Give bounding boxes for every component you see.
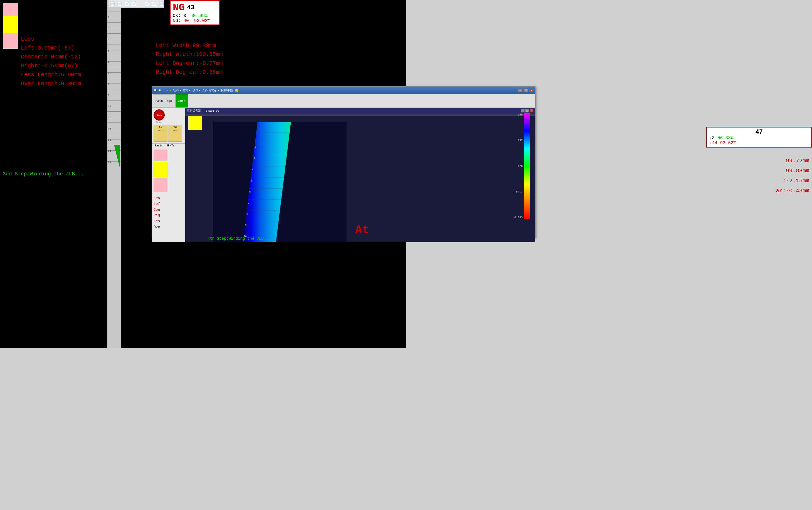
fg-thumb-yellow bbox=[154, 162, 168, 177]
meas-line6: Over Length:0.00mm bbox=[21, 79, 81, 88]
mode-buttons: Basic SB/Tr bbox=[152, 143, 185, 148]
meas-line5: Less Length:6.90mm bbox=[21, 70, 81, 79]
svg-text:3: 3 bbox=[253, 157, 255, 160]
svg-text:6: 6 bbox=[249, 191, 251, 193]
svg-text:1: 1 bbox=[256, 135, 258, 138]
right-meas-line4: ar:-0.43mm bbox=[776, 186, 809, 196]
svg-text:5: 5 bbox=[251, 179, 252, 182]
ng-label-bg: NG bbox=[173, 2, 185, 13]
right-meas-line3: :-2.15mm bbox=[776, 176, 809, 186]
thumbnail-pink-top bbox=[3, 3, 18, 15]
svg-text:2: 2 bbox=[255, 146, 256, 149]
belt2-button[interactable]: 2# Bel bbox=[168, 125, 182, 142]
stop-button[interactable]: Stop bbox=[154, 109, 165, 120]
step-text-fg: 4th Step:Winding the JLB... bbox=[208, 236, 271, 241]
meas-right-line3: Left Dog-ear:-0.77mm bbox=[156, 59, 222, 68]
titlebar-controls: — □ ✕ bbox=[518, 88, 534, 92]
emoji-icon: 😊 bbox=[235, 89, 239, 92]
fg-trunc-text: Les Lef Cen Rig Les Ove bbox=[152, 194, 185, 232]
fg-subtoolbar: Main Page Auto bbox=[152, 94, 535, 108]
viewer-minimize[interactable]: — bbox=[521, 109, 524, 112]
remote-update[interactable]: 远程更新 bbox=[221, 88, 233, 93]
close-icon[interactable]: ✕ bbox=[166, 89, 168, 92]
meas-right-line1: Left Width:99.49mm bbox=[156, 41, 222, 50]
meas-line4: Right:-0.56mm(67) bbox=[21, 61, 81, 70]
meas-line3: Center:0.00mm(-12) bbox=[21, 53, 81, 61]
ng-stats-bg: OK: 3 06.98% NG: 40 93.02% bbox=[173, 13, 217, 23]
ng-count-right: 47 bbox=[709, 129, 809, 136]
svg-text:7: 7 bbox=[248, 202, 249, 204]
comm-menu[interactable]: 通信▾ bbox=[192, 88, 201, 93]
right-meas-line2: 99.88mm bbox=[776, 166, 809, 176]
fg-thumbnails bbox=[152, 148, 185, 194]
colorbar-val-5: 0.193 bbox=[514, 216, 523, 219]
svg-text:9: 9 bbox=[245, 224, 246, 227]
lightning-icon: ⚡ bbox=[170, 89, 172, 92]
ng-pct-right: 93.62% bbox=[720, 141, 736, 146]
tab-main-page[interactable]: Main Page bbox=[153, 94, 174, 108]
ruler: 1 2 3 4 5 6 7 8 9 10 11 12 13 14 15 bbox=[107, 0, 121, 348]
colorbar: 256 192 128 64.7 0.193 bbox=[524, 113, 530, 219]
colorbar-val-2: 192 bbox=[514, 139, 523, 142]
right-measurements: 99.72mm 99.88mm :-2.15mm ar:-0.43mm bbox=[776, 156, 809, 196]
ng-count-bg: 43 bbox=[187, 4, 194, 11]
action-menu[interactable]: 动作▾ bbox=[173, 88, 181, 93]
3d-scan-area: 1 2 3 4 5 6 7 8 9 10 bbox=[213, 122, 347, 242]
stop-label: Stop bbox=[156, 121, 162, 124]
foreground-window: 🔲 ■ ✕ ⚡ 动作▾ 查看▾ 通信▾ 文件与其他▾ 远程更新 😊 — □ ✕ … bbox=[152, 86, 536, 238]
ng-stats-right: :3 06.38% :44 93.62% bbox=[709, 136, 809, 146]
thumbnail-pink-bottom bbox=[3, 33, 18, 49]
ng-badge-right: 47 :3 06.38% :44 93.62% bbox=[706, 127, 812, 147]
fg-thumb-pink-bottom bbox=[154, 178, 168, 192]
viewer-maximize[interactable]: □ bbox=[525, 109, 529, 112]
minimize-button[interactable]: — bbox=[518, 88, 522, 92]
fg-3d-viewer: 三维观察器 - S4w01_00 — □ ✕ bbox=[185, 108, 535, 242]
fg-content: Stop Stop 1# Belt 2# Bel Basic bbox=[152, 108, 535, 242]
meas-line1: Less bbox=[21, 35, 81, 44]
bg-toolbar: 📄 📄 📄 📄 📄 📄 📄 bbox=[109, 0, 164, 8]
file-menu[interactable]: 文件与其他▾ bbox=[202, 88, 219, 93]
bg-measurements-left: Less Left:0.00mm(-67) Center:0.00mm(-12)… bbox=[21, 35, 81, 88]
maximize-button[interactable]: □ bbox=[523, 88, 528, 92]
meas-right-line2: Right Width:100.35mm bbox=[156, 50, 222, 59]
fg-left-panel: Stop Stop 1# Belt 2# Bel Basic bbox=[152, 108, 185, 242]
ok-pct-right: 06.38% bbox=[717, 136, 733, 141]
ng-row-bg: NG: 40 93.02% bbox=[173, 18, 217, 23]
viewer-title-controls: — □ ✕ bbox=[521, 109, 534, 112]
colorbar-val-1: 256 bbox=[514, 113, 523, 116]
control-buttons: Stop Stop 1# Belt 2# Bel bbox=[152, 108, 185, 143]
colorbar-val-3: 128 bbox=[514, 165, 523, 168]
viewer-title-bar: 三维观察器 - S4w01_00 — □ ✕ bbox=[185, 108, 535, 114]
sitr-mode[interactable]: SB/Tr bbox=[165, 144, 176, 148]
basic-mode[interactable]: Basic bbox=[154, 144, 164, 148]
belt1-button[interactable]: 1# Belt bbox=[154, 125, 168, 142]
fg-titlebar: 🔲 ■ ✕ ⚡ 动作▾ 查看▾ 通信▾ 文件与其他▾ 远程更新 😊 — □ ✕ bbox=[152, 87, 535, 94]
svg-text:4: 4 bbox=[252, 168, 253, 171]
right-panel: 47 :3 06.38% :44 93.62% bbox=[706, 127, 812, 150]
green-indicator bbox=[114, 145, 120, 167]
view-menu[interactable]: 查看▾ bbox=[183, 88, 191, 93]
fg-thumb-pink-top bbox=[154, 149, 168, 161]
ng-val-right: :44 bbox=[709, 141, 717, 146]
colorbar-labels: 256 192 128 64.7 0.193 bbox=[514, 113, 523, 219]
at-label: At bbox=[355, 224, 369, 237]
ok-row-bg: OK: 3 06.98% bbox=[173, 13, 217, 18]
ng-badge-bg: NG 43 OK: 3 06.98% NG: 40 93.02% bbox=[170, 0, 220, 25]
fg-window-title: ■ bbox=[158, 88, 160, 92]
viewer-thumb-yellow bbox=[188, 116, 202, 130]
ok-val-right: :3 bbox=[709, 136, 715, 141]
tab-auto[interactable]: Auto bbox=[176, 94, 188, 108]
viewer-close[interactable]: ✕ bbox=[530, 109, 534, 112]
thumbnail-yellow bbox=[3, 15, 18, 33]
svg-text:8: 8 bbox=[246, 213, 248, 216]
meas-right-line4: Right Dog-ear:0.38mm bbox=[156, 68, 222, 77]
close-button[interactable]: ✕ bbox=[529, 88, 534, 92]
colorbar-val-4: 64.7 bbox=[514, 191, 523, 194]
colorbar-gradient bbox=[524, 113, 530, 219]
meas-line2: Left:0.00mm(-67) bbox=[21, 44, 81, 53]
bg-measurements-right: Left Width:99.49mm Right Width:100.35mm … bbox=[156, 41, 222, 77]
step-text-bg: 3rd Step:Winding the JLB... bbox=[3, 171, 84, 177]
right-meas-line1: 99.72mm bbox=[776, 156, 809, 166]
viewer-title: 三维观察器 - S4w01_00 bbox=[187, 109, 219, 113]
